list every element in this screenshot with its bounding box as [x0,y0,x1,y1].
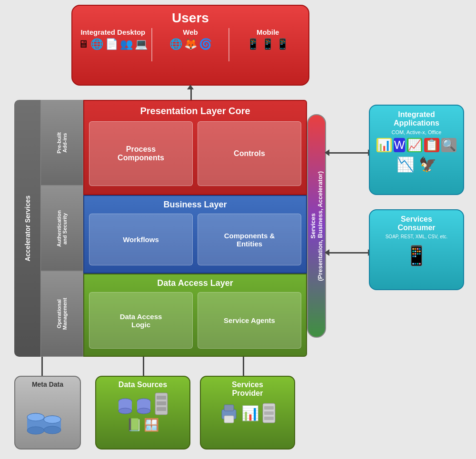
desktop-label: Integrated Desktop [80,28,145,36]
services-consumer-title: ServicesConsumer [397,215,435,232]
users-title: Users [172,10,209,26]
business-layer: Business Layer Workflows Components &Ent… [83,195,307,273]
svg-point-10 [119,408,132,414]
svg-rect-23 [264,411,274,415]
services-provider-title: ServicesProvider [232,381,263,398]
arrow-to-metadata [41,357,43,377]
users-section-desktop: Integrated Desktop 🖥 🌐 📄 👥 💻 [77,28,149,61]
svg-rect-19 [224,405,234,411]
business-title: Business Layer [84,196,306,214]
components-entities-label: Components &Entities [220,228,279,252]
db-icon-2 [136,397,152,416]
users-section-mobile: Mobile 📱 📱 📱 [232,28,304,61]
services-consumer-box: ServicesConsumer SOAP, REST, XML, CSV, e… [369,209,464,290]
presentation-inner: ProcessComponents Controls [84,121,306,191]
arrowhead-up-1 [187,85,194,89]
integrated-apps-icons: 📊 W 📈 📋 🔍 [377,138,457,152]
svg-rect-24 [264,417,274,420]
components-entities-card: Components &Entities [198,214,301,265]
desktop-icons: 🖥 🌐 📄 👥 💻 [78,38,148,50]
data-access-logic-card: Data AccessLogic [89,292,193,349]
integrated-apps-subtitle: COM, Active-x, Office [392,129,442,135]
business-inner: Workflows Components &Entities [84,214,306,270]
accelerator-label: Accelerator Services [24,195,31,262]
data-sources-bottom-icons: 📗 🪟 [127,418,159,432]
service-agents-label: Service Agents [220,313,279,328]
data-sources-box: Data Sources 📗 🪟 [95,376,190,449]
diagram-container: Users Integrated Desktop 🖥 🌐 📄 👥 💻 Web 🌐… [0,0,476,459]
prebuilt-label: Pre-builtAdd-ins [56,132,68,154]
db-icon-1 [117,397,134,416]
integrated-apps-icons-row2: 📉 🦅 [397,156,436,173]
server-icon [154,392,169,416]
meta-data-box: Meta Data [14,376,81,449]
integrated-apps-box: IntegratedApplications COM, Active-x, Of… [369,105,464,195]
services-provider-icons: 📊 [219,402,276,424]
mobile-icons: 📱 📱 📱 [247,38,289,50]
process-components-label: ProcessComponents [114,141,168,166]
users-section-web: Web 🌐 🦊 🌀 [155,28,227,61]
arrow-to-datasources [143,357,144,377]
ops-sidebar: OperationalManagement [40,271,83,357]
svg-rect-16 [157,401,166,405]
web-icons: 🌐 🦊 🌀 [169,38,212,50]
presentation-title: Presentation Layer Core [84,101,306,121]
workflows-label: Workflows [119,232,163,247]
server-icon-2 [262,402,276,424]
sub-sidebars: Pre-builtAdd-ins Authenticationand Secur… [40,100,83,357]
presentation-layer: Presentation Layer Core ProcessComponent… [83,100,307,195]
arrow-to-services-consumer [327,252,369,254]
integrated-apps-title: IntegratedApplications [394,110,439,127]
arrowhead-left-2 [325,249,329,256]
svg-rect-20 [224,416,234,423]
divider-1 [151,28,152,61]
svg-point-13 [137,408,150,414]
users-row: Integrated Desktop 🖥 🌐 📄 👥 💻 Web 🌐 🦊 🌀 [77,28,304,61]
metadata-icon [24,391,71,439]
prebuilt-sidebar: Pre-builtAdd-ins [40,100,83,186]
workflows-card: Workflows [89,214,193,265]
ops-label: OperationalManagement [56,298,68,330]
mobile-label: Mobile [257,28,279,36]
svg-point-2 [27,427,44,434]
auth-label: Authenticationand Security [56,210,68,247]
web-label: Web [183,28,198,36]
auth-sidebar: Authenticationand Security [40,186,83,271]
data-sources-icons [117,392,169,416]
svg-rect-17 [157,407,166,411]
users-box: Users Integrated Desktop 🖥 🌐 📄 👥 💻 Web 🌐… [71,5,309,86]
svg-rect-15 [157,396,166,400]
services-consumer-icon: 📱 [405,244,428,267]
data-access-logic-label: Data AccessLogic [116,309,166,332]
svg-point-7 [44,416,61,423]
accelerator-sidebar: Accelerator Services [14,100,40,357]
meta-data-title: Meta Data [32,381,63,388]
printer-icon [219,402,238,424]
svg-rect-22 [264,406,274,410]
arrowhead-left-1 [325,149,329,156]
services-pill: Services(Presentation, Business, Acceler… [307,114,326,338]
arrow-to-services-provider [243,357,244,377]
divider-2 [228,28,229,61]
arrow-to-integrated-apps [327,152,369,154]
controls-card: Controls [198,121,301,186]
data-access-layer: Data Access Layer Data AccessLogic Servi… [83,273,307,357]
services-provider-box: ServicesProvider 📊 [200,376,295,449]
data-access-title: Data Access Layer [84,274,306,292]
services-pill-label: Services(Presentation, Business, Acceler… [309,171,324,281]
services-consumer-subtitle: SOAP, REST, XML, CSV, etc. [386,234,448,239]
controls-label: Controls [230,146,269,162]
data-inner: Data AccessLogic Service Agents [84,292,306,353]
svg-point-6 [27,413,44,421]
svg-point-5 [44,426,61,434]
data-sources-title: Data Sources [119,381,167,389]
service-agents-card: Service Agents [198,292,301,349]
process-components-card: ProcessComponents [89,121,193,186]
